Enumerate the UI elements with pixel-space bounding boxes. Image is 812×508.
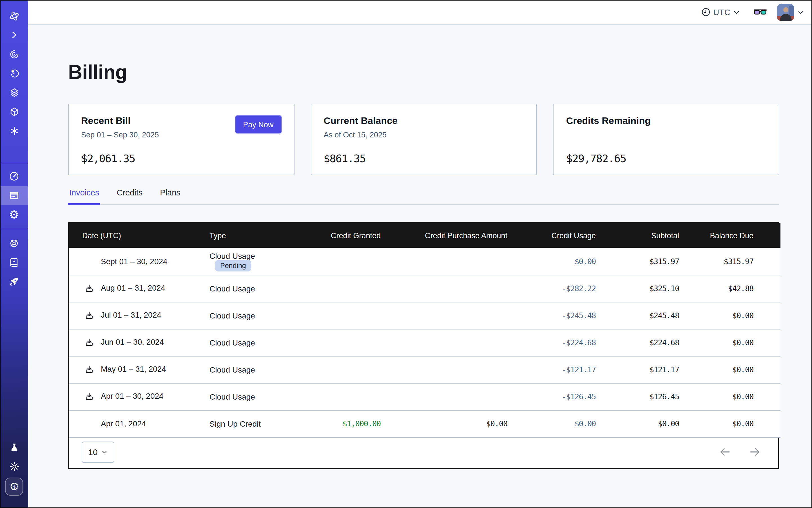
sidebar-item-theme[interactable] xyxy=(0,457,28,476)
gauge-icon xyxy=(8,171,20,182)
balance-due-cell: $0.00 xyxy=(679,302,780,329)
card-subtitle: As of Oct 15, 2025 xyxy=(324,131,397,139)
clock-icon xyxy=(701,7,710,17)
col-type: Type xyxy=(210,223,294,248)
download-icon xyxy=(84,311,94,321)
sidebar-item-layers[interactable] xyxy=(0,83,28,102)
user-avatar[interactable] xyxy=(777,4,794,20)
sidebar-item-packages[interactable] xyxy=(0,102,28,121)
credit-usage-cell: -$245.48 xyxy=(507,302,596,329)
page-size-select[interactable]: 10 xyxy=(82,441,114,463)
subtotal-cell: $315.97 xyxy=(596,248,679,275)
timer-icon xyxy=(9,68,19,79)
chevron-down-icon xyxy=(102,449,108,455)
tab-invoices[interactable]: Invoices xyxy=(68,185,100,205)
invoice-date: May 01 – 31, 2024 xyxy=(101,365,166,373)
invoice-type: Cloud Usage xyxy=(210,392,255,401)
download-icon xyxy=(84,365,94,375)
invoice-row: Jun 01 – 30, 2024 Cloud Usage -$224.68 $… xyxy=(69,329,780,356)
credit-usage-cell: -$126.45 xyxy=(507,383,596,410)
page-size-value: 10 xyxy=(88,447,97,457)
invoice-row: Apr 01 – 30, 2024 Cloud Usage -$126.45 $… xyxy=(69,383,780,410)
download-icon xyxy=(84,338,94,347)
invoice-type: Sign Up Credit xyxy=(210,419,261,428)
status-badge: Pending xyxy=(215,260,251,272)
timezone-selector[interactable]: UTC xyxy=(701,7,740,17)
sidebar-item-history[interactable] xyxy=(0,64,28,83)
subtotal-cell: $325.10 xyxy=(596,275,679,302)
sidebar-item-docs[interactable] xyxy=(0,253,28,272)
docs-book-icon xyxy=(8,257,20,268)
balance-due-cell: $0.00 xyxy=(679,410,780,437)
download-icon xyxy=(84,392,94,401)
credits-button[interactable]: $ xyxy=(5,477,23,496)
download-invoice-button[interactable] xyxy=(84,392,101,401)
invoice-type: Cloud Usage xyxy=(210,338,255,347)
ship-wheel-icon xyxy=(8,238,20,249)
page-title: Billing xyxy=(68,60,779,84)
credit-granted-cell xyxy=(294,248,381,275)
credit-granted-cell xyxy=(294,302,381,329)
billing-tabs: Invoices Credits Plans xyxy=(68,185,779,205)
recent-bill-amount: $2,061.35 xyxy=(81,152,281,164)
sidebar-item-getting-started[interactable] xyxy=(0,272,28,291)
invoice-row: Jul 01 – 31, 2024 Cloud Usage -$245.48 $… xyxy=(69,302,780,329)
flask-icon xyxy=(9,442,19,453)
tab-credits[interactable]: Credits xyxy=(116,185,143,205)
subtotal-cell: $126.45 xyxy=(596,383,679,410)
sidebar-item-settings[interactable]: ⚙ xyxy=(0,205,28,224)
chevron-down-icon xyxy=(797,9,804,15)
sidebar: ⚙ xyxy=(0,0,28,508)
gear-icon: ⚙ xyxy=(9,209,19,220)
prev-page-button[interactable] xyxy=(719,446,731,458)
credit-purchase-cell xyxy=(381,248,507,275)
download-invoice-button[interactable] xyxy=(84,311,101,321)
sidebar-item-billing[interactable] xyxy=(0,186,28,205)
sidebar-item-labs[interactable] xyxy=(0,437,28,457)
invoice-date: Jul 01 – 31, 2024 xyxy=(101,310,161,319)
credit-usage-cell: -$224.68 xyxy=(507,329,596,356)
credit-purchase-cell xyxy=(381,302,507,329)
svg-text:$: $ xyxy=(13,484,15,490)
summary-cards: Recent Bill Sep 01 – Sep 30, 2025 Pay No… xyxy=(68,103,779,175)
download-invoice-button[interactable] xyxy=(84,284,101,293)
credit-purchase-cell xyxy=(381,383,507,410)
invoice-type: Cloud Usage xyxy=(210,365,255,374)
sidebar-item-usage[interactable] xyxy=(0,167,28,186)
invoice-row: May 01 – 31, 2024 Cloud Usage -$121.17 $… xyxy=(69,356,780,383)
download-invoice-button[interactable] xyxy=(84,365,101,375)
sidebar-divider xyxy=(0,163,28,163)
download-invoice-button[interactable] xyxy=(84,338,101,347)
col-credit-usage: Credit Usage xyxy=(507,223,596,248)
card-title: Credits Remaining xyxy=(566,116,651,127)
sidebar-divider xyxy=(0,229,28,229)
sidebar-item-functions[interactable] xyxy=(0,121,28,140)
credit-purchase-cell: $0.00 xyxy=(381,410,507,437)
credit-granted-cell xyxy=(294,356,381,383)
subtotal-cell: $245.48 xyxy=(596,302,679,329)
download-icon xyxy=(84,284,94,293)
subtotal-cell: $121.17 xyxy=(596,356,679,383)
tab-plans[interactable]: Plans xyxy=(159,185,182,205)
view-mode-button[interactable] xyxy=(754,8,767,16)
billing-app: ⚙ xyxy=(0,0,812,508)
orbit-logo-icon xyxy=(8,10,20,22)
arrow-left-icon xyxy=(719,446,731,458)
next-page-button[interactable] xyxy=(749,446,761,458)
invoice-date: Apr 01, 2024 xyxy=(101,419,146,428)
billing-card-icon xyxy=(8,190,20,201)
billing-page: Billing Recent Bill Sep 01 – Sep 30, 202… xyxy=(28,25,812,508)
pay-now-button[interactable]: Pay Now xyxy=(235,116,281,133)
invoice-type: Cloud Usage xyxy=(210,311,255,320)
user-menu[interactable] xyxy=(777,4,804,20)
sidebar-logo[interactable] xyxy=(0,6,28,25)
sidebar-item-expand[interactable] xyxy=(0,25,28,44)
card-title: Recent Bill xyxy=(81,116,159,127)
credit-usage-cell: $0.00 xyxy=(507,248,596,275)
credit-granted-cell: $1,000.00 xyxy=(294,410,381,437)
sidebar-item-observe[interactable] xyxy=(0,44,28,64)
sidebar-item-support[interactable] xyxy=(0,234,28,253)
card-subtitle: Sep 01 – Sep 30, 2025 xyxy=(81,131,159,139)
arrow-right-icon xyxy=(749,446,761,458)
topbar: UTC xyxy=(28,0,812,25)
